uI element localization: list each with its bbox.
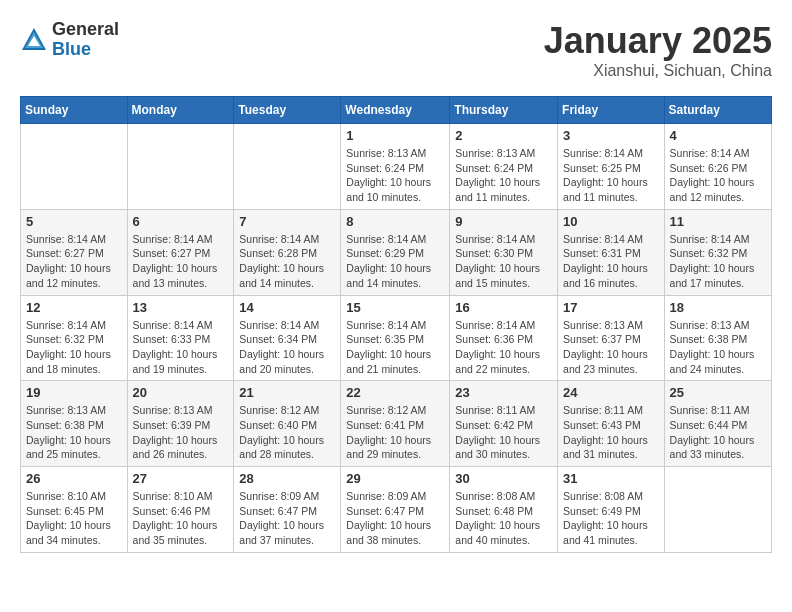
week-row-3: 12Sunrise: 8:14 AM Sunset: 6:32 PM Dayli… — [21, 295, 772, 381]
day-info: Sunrise: 8:14 AM Sunset: 6:34 PM Dayligh… — [239, 318, 335, 377]
day-info: Sunrise: 8:08 AM Sunset: 6:48 PM Dayligh… — [455, 489, 552, 548]
day-info: Sunrise: 8:13 AM Sunset: 6:38 PM Dayligh… — [670, 318, 766, 377]
day-number: 14 — [239, 300, 335, 315]
day-number: 18 — [670, 300, 766, 315]
day-info: Sunrise: 8:14 AM Sunset: 6:29 PM Dayligh… — [346, 232, 444, 291]
calendar-cell: 28Sunrise: 8:09 AM Sunset: 6:47 PM Dayli… — [234, 467, 341, 553]
day-number: 15 — [346, 300, 444, 315]
day-number: 22 — [346, 385, 444, 400]
logo-general-text: General — [52, 20, 119, 40]
weekday-header-wednesday: Wednesday — [341, 97, 450, 124]
day-number: 24 — [563, 385, 659, 400]
location-text: Xianshui, Sichuan, China — [544, 62, 772, 80]
day-info: Sunrise: 8:10 AM Sunset: 6:46 PM Dayligh… — [133, 489, 229, 548]
day-info: Sunrise: 8:14 AM Sunset: 6:27 PM Dayligh… — [26, 232, 122, 291]
calendar-cell: 23Sunrise: 8:11 AM Sunset: 6:42 PM Dayli… — [450, 381, 558, 467]
calendar-table: SundayMondayTuesdayWednesdayThursdayFrid… — [20, 96, 772, 553]
day-number: 30 — [455, 471, 552, 486]
calendar-cell — [664, 467, 771, 553]
calendar-cell — [21, 124, 128, 210]
day-info: Sunrise: 8:12 AM Sunset: 6:40 PM Dayligh… — [239, 403, 335, 462]
calendar-cell: 26Sunrise: 8:10 AM Sunset: 6:45 PM Dayli… — [21, 467, 128, 553]
day-number: 21 — [239, 385, 335, 400]
day-number: 28 — [239, 471, 335, 486]
calendar-cell — [234, 124, 341, 210]
calendar-cell: 27Sunrise: 8:10 AM Sunset: 6:46 PM Dayli… — [127, 467, 234, 553]
calendar-cell: 22Sunrise: 8:12 AM Sunset: 6:41 PM Dayli… — [341, 381, 450, 467]
calendar-cell: 14Sunrise: 8:14 AM Sunset: 6:34 PM Dayli… — [234, 295, 341, 381]
page-header: General Blue January 2025 Xianshui, Sich… — [20, 20, 772, 80]
calendar-cell: 12Sunrise: 8:14 AM Sunset: 6:32 PM Dayli… — [21, 295, 128, 381]
calendar-cell: 20Sunrise: 8:13 AM Sunset: 6:39 PM Dayli… — [127, 381, 234, 467]
weekday-header-saturday: Saturday — [664, 97, 771, 124]
title-section: January 2025 Xianshui, Sichuan, China — [544, 20, 772, 80]
weekday-header-row: SundayMondayTuesdayWednesdayThursdayFrid… — [21, 97, 772, 124]
day-number: 5 — [26, 214, 122, 229]
day-number: 26 — [26, 471, 122, 486]
day-number: 27 — [133, 471, 229, 486]
day-number: 11 — [670, 214, 766, 229]
week-row-1: 1Sunrise: 8:13 AM Sunset: 6:24 PM Daylig… — [21, 124, 772, 210]
day-number: 20 — [133, 385, 229, 400]
day-number: 29 — [346, 471, 444, 486]
day-info: Sunrise: 8:11 AM Sunset: 6:42 PM Dayligh… — [455, 403, 552, 462]
logo-blue-text: Blue — [52, 40, 119, 60]
calendar-cell: 21Sunrise: 8:12 AM Sunset: 6:40 PM Dayli… — [234, 381, 341, 467]
day-number: 16 — [455, 300, 552, 315]
day-info: Sunrise: 8:11 AM Sunset: 6:43 PM Dayligh… — [563, 403, 659, 462]
day-number: 19 — [26, 385, 122, 400]
calendar-cell: 1Sunrise: 8:13 AM Sunset: 6:24 PM Daylig… — [341, 124, 450, 210]
calendar-cell: 17Sunrise: 8:13 AM Sunset: 6:37 PM Dayli… — [558, 295, 665, 381]
day-number: 8 — [346, 214, 444, 229]
weekday-header-friday: Friday — [558, 97, 665, 124]
day-number: 7 — [239, 214, 335, 229]
day-info: Sunrise: 8:14 AM Sunset: 6:31 PM Dayligh… — [563, 232, 659, 291]
day-number: 13 — [133, 300, 229, 315]
calendar-cell: 19Sunrise: 8:13 AM Sunset: 6:38 PM Dayli… — [21, 381, 128, 467]
day-info: Sunrise: 8:13 AM Sunset: 6:38 PM Dayligh… — [26, 403, 122, 462]
calendar-cell: 13Sunrise: 8:14 AM Sunset: 6:33 PM Dayli… — [127, 295, 234, 381]
day-number: 6 — [133, 214, 229, 229]
calendar-cell: 31Sunrise: 8:08 AM Sunset: 6:49 PM Dayli… — [558, 467, 665, 553]
day-info: Sunrise: 8:12 AM Sunset: 6:41 PM Dayligh… — [346, 403, 444, 462]
week-row-2: 5Sunrise: 8:14 AM Sunset: 6:27 PM Daylig… — [21, 209, 772, 295]
day-number: 3 — [563, 128, 659, 143]
day-info: Sunrise: 8:13 AM Sunset: 6:37 PM Dayligh… — [563, 318, 659, 377]
calendar-cell: 5Sunrise: 8:14 AM Sunset: 6:27 PM Daylig… — [21, 209, 128, 295]
calendar-cell: 10Sunrise: 8:14 AM Sunset: 6:31 PM Dayli… — [558, 209, 665, 295]
day-number: 10 — [563, 214, 659, 229]
weekday-header-thursday: Thursday — [450, 97, 558, 124]
week-row-4: 19Sunrise: 8:13 AM Sunset: 6:38 PM Dayli… — [21, 381, 772, 467]
calendar-cell: 9Sunrise: 8:14 AM Sunset: 6:30 PM Daylig… — [450, 209, 558, 295]
day-info: Sunrise: 8:14 AM Sunset: 6:25 PM Dayligh… — [563, 146, 659, 205]
calendar-cell: 15Sunrise: 8:14 AM Sunset: 6:35 PM Dayli… — [341, 295, 450, 381]
day-number: 2 — [455, 128, 552, 143]
week-row-5: 26Sunrise: 8:10 AM Sunset: 6:45 PM Dayli… — [21, 467, 772, 553]
calendar-cell: 18Sunrise: 8:13 AM Sunset: 6:38 PM Dayli… — [664, 295, 771, 381]
day-info: Sunrise: 8:09 AM Sunset: 6:47 PM Dayligh… — [346, 489, 444, 548]
day-info: Sunrise: 8:14 AM Sunset: 6:32 PM Dayligh… — [26, 318, 122, 377]
calendar-cell: 6Sunrise: 8:14 AM Sunset: 6:27 PM Daylig… — [127, 209, 234, 295]
weekday-header-monday: Monday — [127, 97, 234, 124]
day-number: 4 — [670, 128, 766, 143]
day-info: Sunrise: 8:14 AM Sunset: 6:26 PM Dayligh… — [670, 146, 766, 205]
day-info: Sunrise: 8:14 AM Sunset: 6:27 PM Dayligh… — [133, 232, 229, 291]
month-title: January 2025 — [544, 20, 772, 62]
day-info: Sunrise: 8:13 AM Sunset: 6:24 PM Dayligh… — [346, 146, 444, 205]
day-info: Sunrise: 8:13 AM Sunset: 6:39 PM Dayligh… — [133, 403, 229, 462]
day-info: Sunrise: 8:11 AM Sunset: 6:44 PM Dayligh… — [670, 403, 766, 462]
calendar-cell: 30Sunrise: 8:08 AM Sunset: 6:48 PM Dayli… — [450, 467, 558, 553]
day-number: 31 — [563, 471, 659, 486]
day-info: Sunrise: 8:09 AM Sunset: 6:47 PM Dayligh… — [239, 489, 335, 548]
calendar-cell: 16Sunrise: 8:14 AM Sunset: 6:36 PM Dayli… — [450, 295, 558, 381]
calendar-cell: 25Sunrise: 8:11 AM Sunset: 6:44 PM Dayli… — [664, 381, 771, 467]
day-number: 23 — [455, 385, 552, 400]
day-info: Sunrise: 8:14 AM Sunset: 6:33 PM Dayligh… — [133, 318, 229, 377]
day-info: Sunrise: 8:14 AM Sunset: 6:28 PM Dayligh… — [239, 232, 335, 291]
logo-icon — [20, 26, 48, 54]
day-info: Sunrise: 8:10 AM Sunset: 6:45 PM Dayligh… — [26, 489, 122, 548]
day-info: Sunrise: 8:08 AM Sunset: 6:49 PM Dayligh… — [563, 489, 659, 548]
calendar-cell: 4Sunrise: 8:14 AM Sunset: 6:26 PM Daylig… — [664, 124, 771, 210]
day-number: 1 — [346, 128, 444, 143]
calendar-cell: 24Sunrise: 8:11 AM Sunset: 6:43 PM Dayli… — [558, 381, 665, 467]
